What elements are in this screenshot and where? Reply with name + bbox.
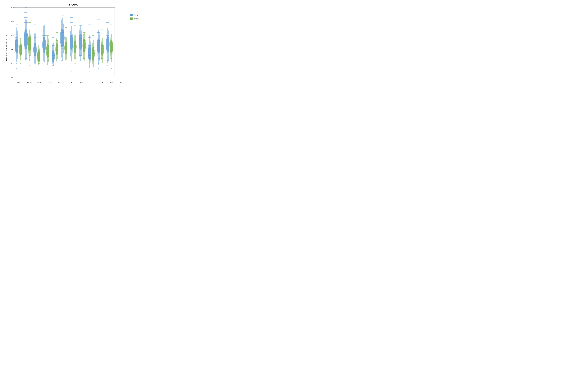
svg-rect-89	[34, 37, 36, 38]
svg-rect-43	[19, 39, 22, 39]
svg-rect-190	[65, 50, 67, 50]
svg-rect-207	[70, 57, 72, 58]
svg-rect-245	[83, 41, 86, 41]
svg-rect-90	[34, 41, 36, 41]
svg-point-141	[52, 50, 55, 62]
svg-rect-189	[65, 47, 67, 47]
svg-rect-191	[65, 53, 67, 53]
svg-rect-320	[107, 56, 109, 56]
svg-rect-318	[106, 49, 109, 50]
svg-rect-335	[111, 63, 112, 63]
svg-rect-20	[16, 19, 18, 19]
svg-rect-178	[61, 52, 64, 52]
svg-rect-181	[62, 65, 63, 65]
svg-rect-269	[92, 31, 94, 31]
svg-rect-31	[15, 50, 18, 51]
svg-rect-47	[19, 50, 22, 50]
svg-rect-136	[47, 56, 49, 56]
svg-rect-33	[16, 56, 18, 56]
svg-rect-220	[74, 51, 76, 51]
svg-rect-86	[34, 24, 36, 25]
svg-rect-108	[38, 64, 40, 64]
svg-rect-76	[28, 39, 31, 39]
svg-rect-157	[56, 37, 58, 37]
svg-rect-73	[28, 27, 31, 27]
legend-label-tumor: Tumor	[134, 14, 138, 16]
svg-rect-72	[28, 22, 31, 23]
svg-rect-63	[24, 45, 28, 45]
svg-rect-81	[28, 55, 31, 56]
svg-text:10: 10	[11, 76, 13, 78]
svg-rect-276	[92, 57, 95, 57]
svg-rect-175	[61, 42, 64, 42]
svg-rect-132	[46, 43, 49, 43]
svg-rect-152	[52, 70, 54, 70]
svg-rect-37	[17, 72, 17, 72]
svg-point-19	[15, 39, 18, 53]
svg-rect-199	[70, 27, 73, 27]
svg-rect-112	[43, 19, 45, 19]
svg-rect-305	[101, 58, 104, 59]
svg-rect-25	[15, 34, 18, 34]
svg-rect-101	[37, 42, 40, 42]
svg-rect-251	[84, 63, 85, 63]
svg-rect-62	[24, 42, 28, 42]
svg-rect-262	[88, 55, 91, 56]
svg-rect-227	[79, 21, 82, 21]
svg-rect-208	[71, 62, 72, 62]
svg-rect-198	[70, 22, 73, 23]
svg-point-71	[28, 36, 31, 51]
svg-rect-236	[79, 55, 82, 56]
svg-rect-186	[65, 36, 67, 36]
svg-rect-69	[26, 67, 26, 67]
svg-rect-188	[65, 43, 67, 44]
svg-rect-55	[25, 12, 27, 13]
svg-rect-216	[74, 38, 77, 38]
svg-rect-299	[101, 38, 104, 38]
svg-rect-307	[102, 67, 103, 67]
svg-point-39	[19, 43, 22, 56]
svg-rect-54	[25, 8, 27, 8]
svg-rect-230	[79, 34, 82, 34]
svg-rect-271	[92, 40, 95, 40]
svg-rect-194	[65, 66, 66, 66]
svg-rect-229	[79, 30, 82, 30]
svg-rect-256	[88, 33, 91, 33]
svg-rect-258	[88, 42, 91, 42]
svg-text:18: 18	[11, 20, 13, 22]
svg-rect-185	[65, 32, 67, 32]
svg-rect-287	[97, 41, 100, 41]
svg-rect-142	[52, 33, 54, 33]
legend-item-normal: Normal	[130, 17, 139, 20]
svg-rect-163	[56, 57, 58, 58]
svg-rect-150	[52, 62, 54, 62]
svg-rect-155	[56, 28, 58, 28]
svg-rect-139	[47, 70, 48, 70]
svg-rect-260	[88, 49, 91, 50]
svg-rect-49	[19, 56, 22, 56]
svg-rect-149	[52, 58, 54, 59]
svg-rect-138	[47, 65, 49, 65]
svg-rect-131	[46, 39, 49, 39]
svg-rect-300	[101, 42, 104, 42]
x-label-lusc: LUSC	[86, 81, 96, 88]
svg-rect-257	[88, 37, 91, 38]
svg-rect-322	[107, 65, 108, 66]
svg-rect-129	[47, 31, 49, 31]
svg-rect-232	[79, 42, 82, 42]
svg-point-154	[55, 43, 58, 55]
svg-rect-68	[25, 63, 27, 63]
svg-rect-200	[70, 31, 73, 31]
svg-rect-66	[25, 55, 27, 55]
svg-rect-294	[98, 68, 99, 69]
svg-rect-34	[16, 60, 17, 60]
svg-point-324	[110, 40, 113, 54]
svg-rect-325	[110, 24, 112, 25]
svg-rect-209	[71, 66, 72, 66]
svg-rect-46	[19, 47, 22, 48]
svg-rect-45	[19, 45, 22, 45]
svg-rect-97	[35, 68, 35, 69]
svg-rect-165	[56, 66, 57, 66]
svg-rect-278	[92, 64, 94, 64]
legend-box-normal	[130, 17, 133, 20]
